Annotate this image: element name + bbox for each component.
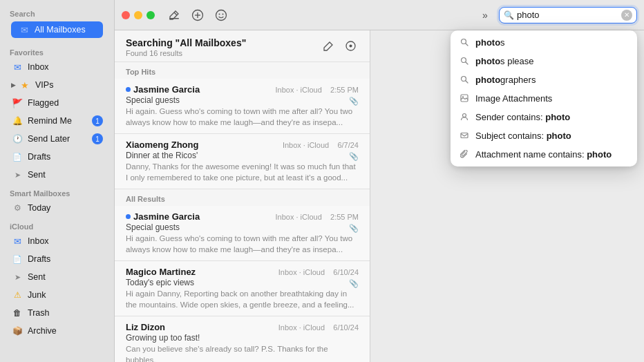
search-dropdown: photos photos please photographers [451,30,637,166]
remind-me-badge: 1 [92,115,103,126]
close-button[interactable] [122,11,130,19]
sidebar-item-sent[interactable]: ➤ Sent [4,166,110,183]
suggestion-attachment-name-text: Attachment name contains: photo [475,149,612,160]
suggestion-attachment-name[interactable]: Attachment name contains: photo [451,145,637,164]
add-button[interactable] [188,6,207,25]
top-hits-header: Top Hits [115,62,370,79]
email-list: Top Hits Jasmine Garcia Inbox · iCloud [115,62,370,362]
suggestion-subject-contains-text: Subject contains: photo [475,131,571,141]
email-item-header-0: Jasmine Garcia Inbox · iCloud 2:55 PM [126,84,359,95]
vip-star-icon: ★ [19,79,31,91]
svg-point-5 [219,13,220,15]
email-meta-4: Inbox · iCloud 6/10/24 [278,323,359,332]
chevron-icon: ▶ [11,82,16,88]
sidebar-item-vips[interactable]: ▶ ★ VIPs [4,77,110,93]
sidebar-item-icloud-sent[interactable]: ➤ Sent [4,269,110,285]
svg-point-15 [463,114,466,117]
app-window: Search ✉ All Mailboxes Favorites ✉ Inbox… [0,0,644,362]
suggestion-photographers-text: photographers [475,75,536,85]
email-item-header-2: Jasmine Garcia Inbox · iCloud 2:55 PM [126,211,359,222]
sidebar: Search ✉ All Mailboxes Favorites ✉ Inbox… [0,0,115,362]
email-sender-3: Magico Martinez [126,267,196,277]
email-row2-1: Dinner at the Ricos' 📎 [126,151,359,162]
inbox-icon: ✉ [18,23,30,36]
search-magnifier-icon: 🔍 [504,10,514,20]
icloud-junk-icon: ⚠ [11,289,23,301]
suggestion-subject-contains[interactable]: Subject contains: photo [451,126,637,145]
envelope-icon [459,131,470,140]
list-item[interactable]: Liz Dizon Inbox · iCloud 6/10/24 Growing… [115,316,370,362]
today-gear-icon: ⚙ [11,202,23,214]
flag-icon: 🚩 [11,97,23,109]
fullscreen-button[interactable] [146,11,155,19]
content-area: » 🔍 ✕ photos [115,0,644,362]
email-row2-3: Today's epic views 📎 [126,278,359,289]
drafts-icon: 📄 [11,151,23,163]
suggestion-sender-contains[interactable]: Sender contains: photo [451,108,637,126]
email-sender-0: Jasmine Garcia [126,84,200,95]
suggestion-search-icon-1 [459,57,470,65]
sidebar-item-icloud-archive-label: Archive [28,326,57,336]
suggestion-search-icon-0 [459,38,470,46]
sidebar-item-icloud-sent-label: Sent [28,272,46,282]
new-message-action-button[interactable] [320,37,337,54]
sidebar-search-label: Search [7,8,107,21]
list-item[interactable]: Jasmine Garcia Inbox · iCloud 2:55 PM Sp… [115,206,370,261]
sidebar-item-icloud-trash-label: Trash [28,308,50,318]
svg-line-10 [466,62,468,65]
email-row2-2: Special guests 📎 [126,222,359,234]
sidebar-item-icloud-junk[interactable]: ⚠ Junk [4,287,110,303]
svg-point-18 [349,44,352,47]
sidebar-item-icloud-inbox-label: Inbox [28,236,49,246]
attachment-icon-2: 📎 [349,224,359,233]
list-item[interactable]: Magico Martinez Inbox · iCloud 6/10/24 T… [115,261,370,316]
sidebar-item-icloud-archive[interactable]: 📦 Archive [4,323,110,339]
search-title: Searching "All Mailboxes" [126,37,246,48]
sidebar-item-drafts[interactable]: 📄 Drafts [4,149,110,165]
filter-action-button[interactable] [342,37,359,54]
header-actions [320,37,359,54]
forward-button[interactable]: » [475,6,495,25]
svg-line-8 [466,44,468,46]
window-controls [122,11,155,19]
search-clear-button[interactable]: ✕ [621,10,632,21]
mail-list-header: Searching "All Mailboxes" Found 16 resul… [115,30,370,62]
sidebar-item-icloud-drafts[interactable]: 📄 Drafts [4,251,110,267]
email-preview-1: Danny, Thanks for the awesome evening! I… [126,162,359,183]
sidebar-section-smart: Smart Mailboxes [0,184,114,199]
suggestion-photos-please-text: photos please [475,56,534,66]
emoji-button[interactable] [211,6,231,25]
email-preview-3: Hi again Danny, Reporting back on anothe… [126,289,359,310]
sidebar-item-remind-me[interactable]: 🔔 Remind Me 1 [4,113,110,129]
attachment-icon-0: 📎 [349,97,359,106]
email-meta-0: Inbox · iCloud 2:55 PM [276,86,359,94]
sidebar-item-today[interactable]: ⚙ Today [4,200,110,216]
email-subject-4: Growing up too fast! [126,333,200,343]
list-item[interactable]: Jasmine Garcia Inbox · iCloud 2:55 PM Sp… [115,79,370,134]
email-meta-1: Inbox · iCloud 6/7/24 [283,141,359,149]
suggestion-photographers[interactable]: photographers [451,70,637,89]
sidebar-item-inbox[interactable]: ✉ Inbox [4,59,110,75]
sidebar-item-today-label: Today [28,203,50,213]
email-sender-1: Xiaomeng Zhong [126,140,198,150]
sidebar-item-flagged[interactable]: 🚩 Flagged [4,95,110,111]
sent-icon: ➤ [11,169,23,181]
icloud-inbox-icon: ✉ [11,235,23,247]
attachment-icon-3: 📎 [349,279,359,288]
sidebar-item-icloud-trash[interactable]: 🗑 Trash [4,305,110,321]
sidebar-item-sent-label: Sent [28,170,46,180]
sidebar-item-all-mailboxes[interactable]: ✉ All Mailboxes [11,21,103,38]
search-container: 🔍 ✕ photos [499,7,637,23]
sidebar-item-send-later[interactable]: 🕐 Send Later 1 [4,131,110,147]
sidebar-item-icloud-inbox[interactable]: ✉ Inbox [4,233,110,249]
suggestion-photos[interactable]: photos [451,33,637,52]
suggestion-photos-please[interactable]: photos please [451,52,637,70]
minimize-button[interactable] [134,11,142,19]
email-item-header-1: Xiaomeng Zhong Inbox · iCloud 6/7/24 [126,140,359,150]
search-input[interactable] [517,10,621,20]
suggestion-image-attachments[interactable]: Image Attachments [451,89,637,108]
suggestion-image-attachments-text: Image Attachments [475,93,552,104]
email-subject-2: Special guests [126,222,180,232]
new-message-button[interactable] [164,6,184,25]
list-item[interactable]: Xiaomeng Zhong Inbox · iCloud 6/7/24 Din… [115,134,370,189]
